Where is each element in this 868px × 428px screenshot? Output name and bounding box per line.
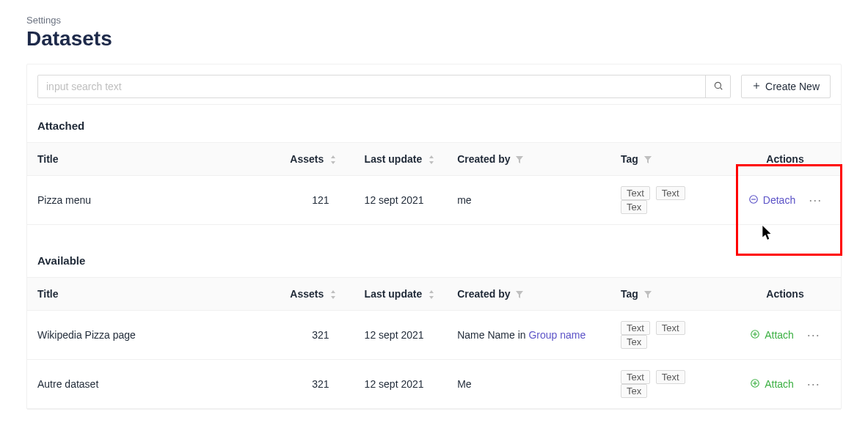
plus-circle-icon xyxy=(750,329,760,342)
col-createdby[interactable]: Created by xyxy=(447,278,610,311)
table-row: Pizza menu 121 12 sept 2021 me Text Text… xyxy=(27,176,841,225)
search-field-wrap xyxy=(37,75,731,98)
attached-header: Attached xyxy=(27,105,841,142)
sort-icon xyxy=(329,155,337,164)
available-section: Available Title Assets Last update xyxy=(27,240,841,409)
cell-title: Pizza menu xyxy=(27,176,280,225)
col-actions: Actions xyxy=(729,143,841,176)
tag-chip[interactable]: Text xyxy=(621,321,650,335)
available-header: Available xyxy=(27,240,841,277)
cell-assets: 321 xyxy=(280,360,354,409)
search-input[interactable] xyxy=(38,75,705,97)
minus-circle-icon xyxy=(748,194,759,207)
tag-chip[interactable]: Tex xyxy=(621,335,647,349)
col-tag[interactable]: Tag xyxy=(610,143,729,176)
tag-chip[interactable]: Text xyxy=(656,370,685,384)
col-actions: Actions xyxy=(729,278,841,311)
table-row: Autre dataset 321 12 sept 2021 Me Text T… xyxy=(27,360,841,409)
cell-updated: 12 sept 2021 xyxy=(354,311,448,360)
col-title[interactable]: Title xyxy=(27,143,280,176)
tag-chip[interactable]: Text xyxy=(656,321,685,335)
col-updated[interactable]: Last update xyxy=(354,143,448,176)
more-icon[interactable]: ··· xyxy=(807,377,820,392)
breadcrumb[interactable]: Settings xyxy=(26,15,842,26)
cell-assets: 121 xyxy=(280,176,354,225)
search-button[interactable] xyxy=(705,75,730,97)
cell-updated: 12 sept 2021 xyxy=(354,176,448,225)
sort-icon xyxy=(428,155,435,164)
col-updated[interactable]: Last update xyxy=(354,278,448,311)
col-assets[interactable]: Assets xyxy=(280,143,354,176)
tag-chip[interactable]: Text xyxy=(621,186,650,200)
attach-button[interactable]: Attach xyxy=(750,329,794,342)
filter-icon xyxy=(644,156,652,163)
sort-icon xyxy=(329,290,337,299)
create-new-button[interactable]: Create New xyxy=(741,75,831,98)
available-table: Title Assets Last update Created by xyxy=(27,277,841,409)
col-title[interactable]: Title xyxy=(27,278,280,311)
cell-assets: 321 xyxy=(280,311,354,360)
create-new-label: Create New xyxy=(765,81,820,92)
search-icon xyxy=(713,81,723,93)
cell-updated: 12 sept 2021 xyxy=(354,360,448,409)
cell-createdby: Name Name in Group name xyxy=(447,311,610,360)
attached-section: Attached Title Assets Last update xyxy=(27,104,841,225)
cell-createdby: me xyxy=(447,176,610,225)
cell-actions: Detach ··· xyxy=(729,176,841,225)
plus-circle-icon xyxy=(750,378,760,391)
filter-icon xyxy=(516,291,523,298)
svg-point-0 xyxy=(715,82,721,88)
col-createdby[interactable]: Created by xyxy=(447,143,610,176)
detach-button[interactable]: Detach xyxy=(748,194,795,207)
more-icon[interactable]: ··· xyxy=(807,328,820,343)
cell-title: Autre dataset xyxy=(27,360,280,409)
tag-chip[interactable]: Text xyxy=(656,186,685,200)
cell-actions: Attach ··· xyxy=(729,311,841,360)
sort-icon xyxy=(428,290,435,299)
cell-tags: Text Text Tex xyxy=(610,311,729,360)
page-title: Datasets xyxy=(26,27,842,51)
more-icon[interactable]: ··· xyxy=(809,193,822,208)
tag-chip[interactable]: Text xyxy=(621,370,650,384)
col-tag[interactable]: Tag xyxy=(610,278,729,311)
table-row: Wikipedia Pizza page 321 12 sept 2021 Na… xyxy=(27,311,841,360)
filter-icon xyxy=(516,156,523,163)
plus-icon xyxy=(752,81,761,92)
attached-table: Title Assets Last update Created by xyxy=(27,142,841,225)
cell-createdby: Me xyxy=(447,360,610,409)
tag-chip[interactable]: Tex xyxy=(621,384,647,398)
tag-chip[interactable]: Tex xyxy=(621,200,647,214)
group-link[interactable]: Group name xyxy=(528,329,586,341)
cell-tags: Text Text Tex xyxy=(610,360,729,409)
cell-actions: Attach ··· xyxy=(729,360,841,409)
filter-icon xyxy=(644,291,652,298)
col-assets[interactable]: Assets xyxy=(280,278,354,311)
cell-title: Wikipedia Pizza page xyxy=(27,311,280,360)
datasets-card: Create New Attached Title Assets Last up… xyxy=(26,64,842,410)
svg-line-1 xyxy=(720,87,722,89)
attach-button[interactable]: Attach xyxy=(750,378,794,391)
cell-tags: Text Text Tex xyxy=(610,176,729,225)
